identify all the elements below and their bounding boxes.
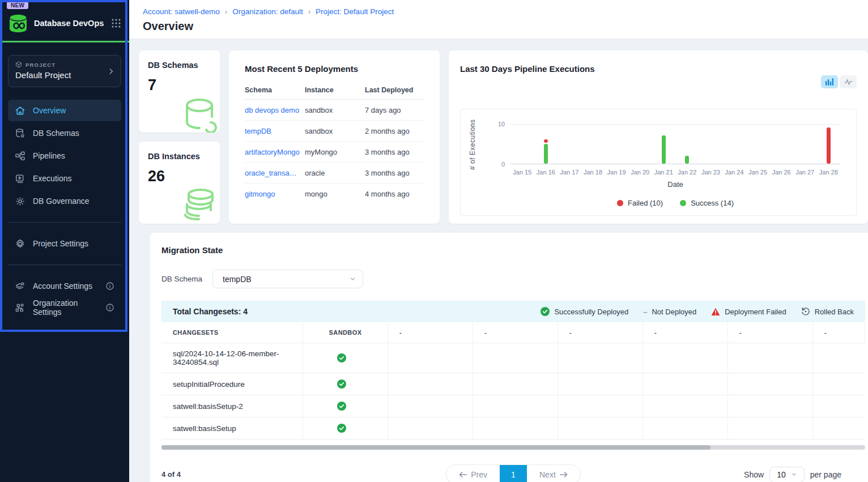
project-selector[interactable]: PROJECT Default Project xyxy=(8,55,121,87)
total-changesets-label: Total Changesets: 4 xyxy=(173,307,248,316)
db-schemas-card: DB Schemas 7 xyxy=(139,50,220,133)
sidebar-item-project-settings[interactable]: Project Settings xyxy=(8,233,121,254)
app-window: NEW Database DevOps PROJECT Default Proj… xyxy=(0,0,868,482)
failed-bar[interactable] xyxy=(827,127,831,164)
empty-cell xyxy=(558,417,643,440)
schema-link[interactable]: tempDB xyxy=(245,127,305,135)
empty-cell xyxy=(813,343,865,373)
page-size-select[interactable]: 10 xyxy=(769,467,805,482)
empty-cell xyxy=(728,343,813,373)
y-axis-title: # of Executions xyxy=(469,118,477,170)
project-label: PROJECT xyxy=(25,62,56,68)
x-axis-tick: Jan 15 xyxy=(510,169,534,176)
schema-link[interactable]: db devops demo xyxy=(245,106,305,114)
column-header-changesets: CHANGESETS xyxy=(161,322,303,343)
db-schema-label: DB Schema xyxy=(161,275,202,283)
page-title: Overview xyxy=(143,20,868,33)
chart-bar-slot xyxy=(769,124,793,164)
main-area: Account: satwell-demo › Organization: de… xyxy=(129,0,868,482)
chart-plot-box: # of Executions 10 0 Jan 15Jan 16Jan 17J… xyxy=(460,109,857,216)
db-schema-select[interactable]: tempDB xyxy=(212,270,363,288)
chart-bar-slot xyxy=(817,124,841,164)
x-axis-title: Date xyxy=(510,180,840,189)
sidebar-item-overview[interactable]: Overview xyxy=(8,100,121,121)
status-legend: Successfully Deployed – Not Deployed Dep… xyxy=(541,307,854,316)
changesets-summary-bar: Total Changesets: 4 Successfully Deploye… xyxy=(161,301,865,322)
instance-cell: oracle xyxy=(305,169,365,177)
stat-title: DB Instances xyxy=(148,152,211,161)
instance-cell: mongo xyxy=(305,190,365,198)
deployments-table: Schema Instance Last Deployed db devops … xyxy=(245,86,424,204)
empty-cell xyxy=(643,417,728,440)
prev-page-button[interactable]: Prev xyxy=(446,465,500,482)
breadcrumb-organization[interactable]: Organization: default xyxy=(232,7,303,16)
x-axis-tick: Jan 22 xyxy=(675,169,699,176)
info-icon[interactable] xyxy=(105,303,114,312)
schema-link[interactable]: artifactoryMongo xyxy=(245,148,305,156)
page-number-button[interactable]: 1 xyxy=(500,465,527,482)
chart-bar-slot xyxy=(605,124,628,164)
bar-chart-toggle-button[interactable] xyxy=(821,75,838,88)
pipeline-icon xyxy=(15,151,25,161)
chart-plot xyxy=(510,124,840,164)
chart-legend-item[interactable]: Success (14) xyxy=(680,199,734,207)
check-circle-icon xyxy=(337,402,346,411)
check-circle-icon xyxy=(337,353,346,362)
changeset-cell: setupInitialProcedure xyxy=(161,373,303,395)
breadcrumb-project[interactable]: Project: Default Project xyxy=(316,7,394,16)
empty-cell xyxy=(473,343,558,373)
empty-cell xyxy=(813,373,865,395)
schema-link[interactable]: gitmongo xyxy=(245,190,305,198)
sidebar-item-executions[interactable]: Executions xyxy=(8,168,121,189)
chart-title: Last 30 Days Pipeline Executions xyxy=(460,64,857,74)
last-deployed-cell: 4 months ago xyxy=(365,190,424,198)
bar-chart-icon xyxy=(826,78,833,86)
horizontal-scrollbar[interactable] xyxy=(161,445,865,450)
page-size-value: 10 xyxy=(777,470,786,479)
table-row: tempDB sandbox 2 months ago xyxy=(245,121,424,142)
sidebar-item-account-settings[interactable]: Account Settings xyxy=(8,275,121,297)
line-chart-toggle-button[interactable] xyxy=(840,75,857,88)
x-axis-tick: Jan 25 xyxy=(746,169,770,176)
sidebar-item-db-schemas[interactable]: DB Schemas xyxy=(8,122,121,144)
failed-bar[interactable] xyxy=(544,139,548,142)
db-schema-selected-value: tempDB xyxy=(223,275,252,284)
sidebar-item-pipelines[interactable]: Pipelines xyxy=(8,145,121,167)
info-icon[interactable] xyxy=(105,281,114,291)
empty-cell xyxy=(558,373,643,395)
chart-legend-item[interactable]: Failed (10) xyxy=(617,199,663,207)
app-grid-icon[interactable] xyxy=(111,18,121,28)
column-header-empty: - xyxy=(473,322,558,343)
next-page-button[interactable]: Next xyxy=(527,465,580,482)
sidebar-item-organization-settings[interactable]: Organization Settings xyxy=(8,297,121,318)
layers-gear-icon xyxy=(15,281,25,292)
changesets-grid: CHANGESETS SANDBOX - - - - - - sql/2024-… xyxy=(161,322,865,440)
sidebar-nav: Overview DB Schemas Pipelines Executions xyxy=(8,100,121,212)
recent-deployments-card: Most Recent 5 Deployments Schema Instanc… xyxy=(229,50,440,224)
schema-link[interactable]: oracle_transact... xyxy=(245,169,305,177)
last-deployed-cell: 2 months ago xyxy=(365,127,424,135)
column-header-empty: - xyxy=(558,322,643,343)
content: DB Schemas 7 DB Instances 26 xyxy=(129,39,868,482)
scrollbar-thumb[interactable] xyxy=(161,445,710,450)
legend-label: Successfully Deployed xyxy=(554,308,628,316)
success-bar[interactable] xyxy=(685,156,689,164)
column-header-empty: - xyxy=(728,322,813,343)
db-instances-card: DB Instances 26 xyxy=(139,142,220,224)
success-bar[interactable] xyxy=(544,144,548,164)
empty-cell xyxy=(558,343,643,373)
chart-bar-slot xyxy=(581,124,605,164)
gear-icon xyxy=(15,196,25,207)
chart-bar-slot xyxy=(652,124,675,164)
empty-cell xyxy=(728,373,813,395)
db-schemas-count: 7 xyxy=(148,76,211,94)
table-row: gitmongo mongo 4 months ago xyxy=(245,184,424,204)
x-axis-tick: Jan 18 xyxy=(581,169,605,176)
breadcrumb-account[interactable]: Account: satwell-demo xyxy=(143,7,220,16)
empty-cell xyxy=(388,373,473,395)
sidebar-item-db-governance[interactable]: DB Governance xyxy=(8,190,121,212)
x-axis-tick: Jan 21 xyxy=(652,169,675,176)
sidebar-divider xyxy=(8,222,121,223)
app-title: Database DevOps xyxy=(34,19,105,28)
success-bar[interactable] xyxy=(662,135,666,164)
